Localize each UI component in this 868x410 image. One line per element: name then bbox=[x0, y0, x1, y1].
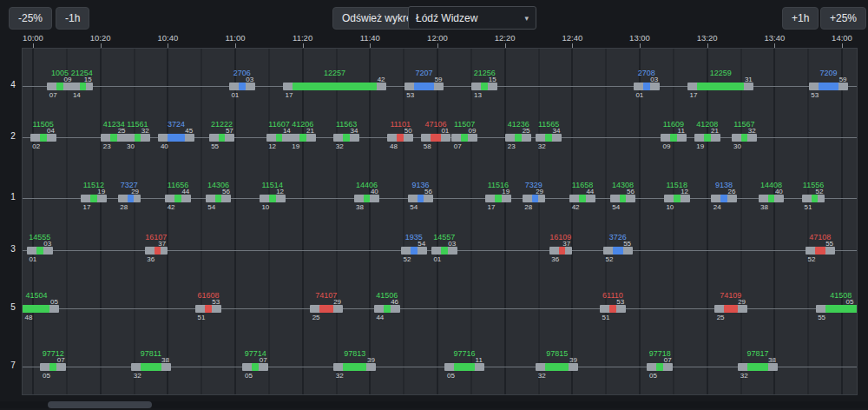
train-stop-segment[interactable] bbox=[215, 195, 222, 202]
train-arrival-minute: 40 bbox=[161, 142, 168, 150]
train-stop-segment[interactable] bbox=[110, 134, 117, 142]
train-stop-segment[interactable] bbox=[609, 305, 616, 313]
train-stop-segment[interactable] bbox=[269, 195, 276, 202]
train-stop-segment[interactable] bbox=[418, 195, 424, 202]
track-label: 3 bbox=[7, 244, 19, 254]
train-stop-segment[interactable] bbox=[747, 363, 767, 371]
train-arrival-minute: 17 bbox=[83, 203, 91, 211]
train-departure-minute: 07 bbox=[664, 356, 672, 364]
horizontal-scrollbar[interactable] bbox=[0, 401, 868, 408]
train-stop-segment[interactable] bbox=[461, 134, 468, 142]
train-stop-segment[interactable] bbox=[343, 363, 366, 371]
train-stop-segment[interactable] bbox=[545, 134, 552, 142]
train-arrival-minute: 54 bbox=[410, 203, 418, 211]
train-stop-segment[interactable] bbox=[815, 247, 825, 255]
train-stop-segment[interactable] bbox=[579, 195, 586, 202]
train-stop-segment[interactable] bbox=[559, 247, 565, 255]
train-stop-segment[interactable] bbox=[812, 195, 818, 202]
train-stop-segment[interactable] bbox=[239, 83, 246, 90]
time-tick-label: 12:00 bbox=[427, 33, 448, 43]
gridline bbox=[437, 49, 438, 394]
train-stop-segment[interactable] bbox=[174, 195, 181, 202]
train-stop-segment[interactable] bbox=[155, 247, 161, 255]
train-stop-segment[interactable] bbox=[219, 134, 226, 142]
train-departure-minute: 53 bbox=[616, 298, 624, 306]
train-stop-segment[interactable] bbox=[40, 134, 47, 142]
occupancy-chart: 1005090721254151427060301122574217720759… bbox=[22, 48, 858, 395]
train-stop-segment[interactable] bbox=[319, 305, 333, 313]
train-stop-segment[interactable] bbox=[697, 83, 744, 90]
train-arrival-minute: 48 bbox=[25, 314, 33, 321]
train-arrival-minute: 42 bbox=[572, 203, 580, 211]
shift-left-button[interactable]: -1h bbox=[56, 7, 89, 30]
shift-right-button[interactable]: +1h bbox=[782, 7, 819, 30]
train-stop-segment[interactable] bbox=[411, 247, 418, 255]
train-stop-segment[interactable] bbox=[643, 83, 650, 90]
train-arrival-minute: 48 bbox=[390, 142, 398, 150]
train-number-label: 97811 bbox=[141, 349, 161, 358]
train-number-label: 12259 bbox=[710, 69, 732, 77]
train-stop-segment[interactable] bbox=[825, 305, 857, 313]
train-stop-segment[interactable] bbox=[515, 134, 522, 142]
train-stop-segment[interactable] bbox=[741, 134, 748, 142]
train-stop-segment[interactable] bbox=[545, 363, 569, 371]
train-stop-segment[interactable] bbox=[49, 363, 56, 371]
train-stop-segment[interactable] bbox=[620, 195, 627, 202]
train-stop-segment[interactable] bbox=[397, 134, 404, 142]
gridline bbox=[66, 49, 68, 394]
train-stop-segment[interactable] bbox=[431, 134, 441, 142]
train-stop-segment[interactable] bbox=[299, 134, 306, 142]
train-arrival-minute: 24 bbox=[713, 203, 721, 211]
horizontal-scrollbar-thumb[interactable] bbox=[48, 401, 152, 408]
train-stop-segment[interactable] bbox=[80, 83, 86, 90]
train-stop-segment[interactable] bbox=[252, 363, 259, 371]
train-stop-segment[interactable] bbox=[481, 83, 488, 90]
train-stop-segment[interactable] bbox=[704, 134, 711, 142]
train-stop-segment[interactable] bbox=[90, 195, 97, 202]
train-number-label: 97815 bbox=[546, 349, 568, 358]
train-stop-segment[interactable] bbox=[384, 305, 391, 313]
train-departure-minute: 59 bbox=[839, 76, 847, 83]
zoom-in-button[interactable]: +25% bbox=[820, 7, 866, 30]
train-stop-segment[interactable] bbox=[128, 195, 134, 202]
train-departure-minute: 56 bbox=[424, 188, 432, 195]
train-departure-minute: 39 bbox=[569, 356, 577, 364]
time-tick-label: 10:00 bbox=[23, 33, 43, 43]
train-stop-segment[interactable] bbox=[613, 247, 623, 255]
station-select[interactable]: Łódź Widzew ▾ bbox=[408, 6, 536, 30]
train-stop-segment[interactable] bbox=[819, 83, 838, 90]
train-stop-segment[interactable] bbox=[414, 83, 434, 90]
train-stop-segment[interactable] bbox=[670, 134, 677, 142]
train-stop-segment[interactable] bbox=[276, 134, 283, 142]
train-stop-segment[interactable] bbox=[56, 83, 63, 90]
train-arrival-minute: 30 bbox=[127, 142, 135, 150]
train-stop-segment[interactable] bbox=[293, 83, 377, 90]
train-stop-segment[interactable] bbox=[205, 305, 212, 313]
train-stop-segment[interactable] bbox=[135, 134, 141, 142]
train-stop-segment[interactable] bbox=[768, 195, 775, 202]
train-stop-segment[interactable] bbox=[343, 134, 350, 142]
train-stop-segment[interactable] bbox=[364, 195, 371, 202]
train-stop-segment[interactable] bbox=[454, 363, 474, 371]
train-stop-segment[interactable] bbox=[724, 305, 738, 313]
train-stop-segment[interactable] bbox=[656, 363, 663, 371]
train-stop-segment[interactable] bbox=[674, 195, 681, 202]
train-arrival-minute: 44 bbox=[376, 314, 384, 321]
train-stop-segment[interactable] bbox=[495, 195, 502, 202]
train-departure-minute: 07 bbox=[57, 356, 65, 364]
train-number-label: 97716 bbox=[454, 349, 476, 358]
train-departure-minute: 25 bbox=[118, 127, 126, 135]
train-arrival-minute: 28 bbox=[524, 203, 532, 211]
train-stop-segment[interactable] bbox=[36, 247, 43, 255]
train-departure-minute: 25 bbox=[523, 127, 530, 135]
train-arrival-minute: 52 bbox=[403, 255, 411, 263]
train-stop-segment[interactable] bbox=[23, 305, 49, 313]
gridline bbox=[571, 49, 573, 394]
train-stop-segment[interactable] bbox=[168, 134, 184, 142]
train-departure-minute: 39 bbox=[367, 356, 375, 364]
train-stop-segment[interactable] bbox=[720, 195, 727, 202]
train-stop-segment[interactable] bbox=[532, 195, 538, 202]
train-arrival-minute: 07 bbox=[454, 142, 462, 150]
train-stop-segment[interactable] bbox=[441, 247, 448, 255]
train-stop-segment[interactable] bbox=[141, 363, 161, 371]
